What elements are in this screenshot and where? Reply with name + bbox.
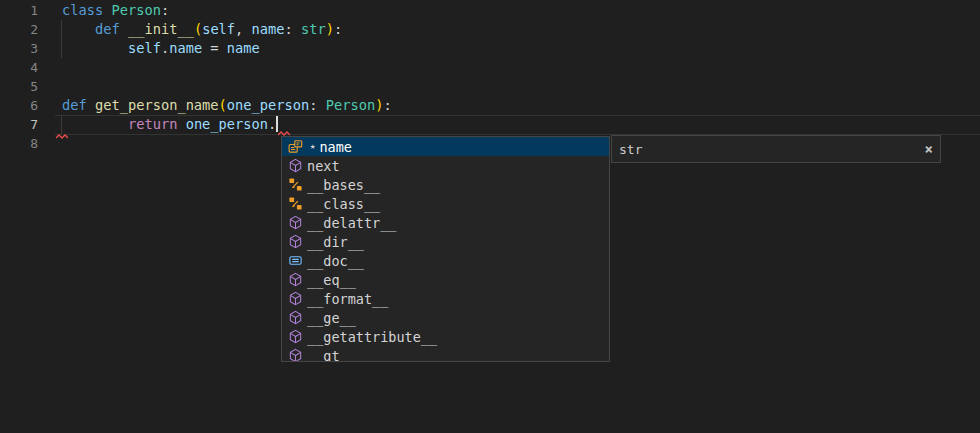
suggestion-label: __ge__ <box>307 310 356 326</box>
suggestion-item[interactable]: ★name <box>282 137 609 156</box>
line-number: 6 <box>0 96 38 115</box>
suggestion-label: __bases__ <box>307 177 380 193</box>
line-number-gutter: 12345678 <box>0 1 38 153</box>
suggestion-label: __format__ <box>307 291 388 307</box>
suggestion-label: __delattr__ <box>307 215 396 231</box>
code-token: : <box>334 21 342 37</box>
line-number: 4 <box>0 58 38 77</box>
code-line-6[interactable]: def get_person_name(one_person: Person): <box>62 96 392 115</box>
code-token: self <box>202 21 235 37</box>
suggestion-label: next <box>307 158 340 174</box>
line-number: 5 <box>0 77 38 96</box>
code-token: Person <box>326 97 375 113</box>
line-number: 1 <box>0 1 38 20</box>
suggestion-item[interactable]: __gt__ <box>282 346 609 362</box>
code-line-1[interactable]: class Person: <box>62 1 392 20</box>
code-token: get_person_name <box>95 97 219 113</box>
suggestion-label: __doc__ <box>307 253 364 269</box>
suggest-details-panel: str × <box>611 135 941 163</box>
symbol-constant-icon <box>287 253 303 269</box>
code-line-5[interactable] <box>62 77 392 96</box>
code-token: : <box>383 97 391 113</box>
code-token <box>87 97 95 113</box>
code-line-3[interactable]: self.name = name <box>62 39 392 58</box>
code-area[interactable]: class Person: def __init__(self, name: s… <box>62 1 392 153</box>
code-token: self <box>128 40 161 56</box>
suggestion-item[interactable]: __bases__ <box>282 175 609 194</box>
code-token: : <box>285 21 301 37</box>
error-squiggle <box>56 134 68 139</box>
code-token: name <box>169 40 202 56</box>
suggestion-item[interactable]: __ge__ <box>282 308 609 327</box>
code-editor: 12345678 class Person: def __init__(self… <box>0 0 980 433</box>
code-line-2[interactable]: def __init__(self, name: str): <box>62 20 392 39</box>
code-token: ( <box>219 97 227 113</box>
code-token <box>62 116 128 132</box>
code-token: name <box>227 40 260 56</box>
symbol-method-icon <box>287 348 303 363</box>
suggestion-label: __gt__ <box>307 348 356 363</box>
suggestion-item[interactable]: next <box>282 156 609 175</box>
symbol-method-icon <box>287 291 303 307</box>
suggestion-item[interactable]: __doc__ <box>282 251 609 270</box>
text-cursor <box>276 116 278 132</box>
code-token: str <box>301 21 326 37</box>
symbol-method-icon <box>287 329 303 345</box>
star-icon: ★ <box>310 142 315 151</box>
code-token: , <box>235 21 251 37</box>
suggestion-label: __class__ <box>307 196 380 212</box>
code-token: one_person <box>186 116 268 132</box>
symbol-method-icon <box>287 272 303 288</box>
code-token: = <box>202 40 227 56</box>
code-token: return <box>128 116 177 132</box>
code-token: def <box>62 97 87 113</box>
code-token <box>177 116 185 132</box>
line-number: 8 <box>0 134 38 153</box>
suggestion-item[interactable]: __class__ <box>282 194 609 213</box>
code-token: def <box>95 21 120 37</box>
symbol-method-icon <box>287 234 303 250</box>
code-token: __init__ <box>128 21 194 37</box>
code-token: class <box>62 2 103 18</box>
code-token: Person <box>111 2 160 18</box>
suggestion-label: __getattribute__ <box>307 329 437 345</box>
code-token <box>62 40 128 56</box>
code-line-4[interactable] <box>62 58 392 77</box>
suggestion-label: __eq__ <box>307 272 356 288</box>
symbol-method-icon <box>287 158 303 174</box>
line-number: 2 <box>0 20 38 39</box>
suggest-widget: ★namenext__bases____class____delattr____… <box>281 136 610 362</box>
code-token <box>120 21 128 37</box>
code-token <box>62 21 95 37</box>
line-number: 3 <box>0 39 38 58</box>
suggestion-item[interactable]: __delattr__ <box>282 213 609 232</box>
symbol-class-icon <box>287 177 303 193</box>
suggestion-label: __dir__ <box>307 234 364 250</box>
code-token: name <box>252 21 285 37</box>
symbol-field-icon <box>287 139 303 155</box>
code-line-7[interactable]: return one_person. <box>62 115 392 134</box>
code-token: . <box>161 40 169 56</box>
code-token: : <box>309 97 325 113</box>
close-icon[interactable]: × <box>925 142 933 156</box>
suggestion-item[interactable]: __dir__ <box>282 232 609 251</box>
suggestion-type-label: str <box>619 142 925 157</box>
suggestion-item[interactable]: __eq__ <box>282 270 609 289</box>
code-token: : <box>161 2 169 18</box>
code-token: ( <box>194 21 202 37</box>
symbol-method-icon <box>287 310 303 326</box>
code-token: one_person <box>227 97 309 113</box>
line-number: 7 <box>0 115 38 134</box>
suggestion-item[interactable]: __format__ <box>282 289 609 308</box>
suggestion-label: name <box>319 139 352 155</box>
code-token: ) <box>326 21 334 37</box>
symbol-method-icon <box>287 215 303 231</box>
symbol-class-icon <box>287 196 303 212</box>
suggestion-item[interactable]: __getattribute__ <box>282 327 609 346</box>
